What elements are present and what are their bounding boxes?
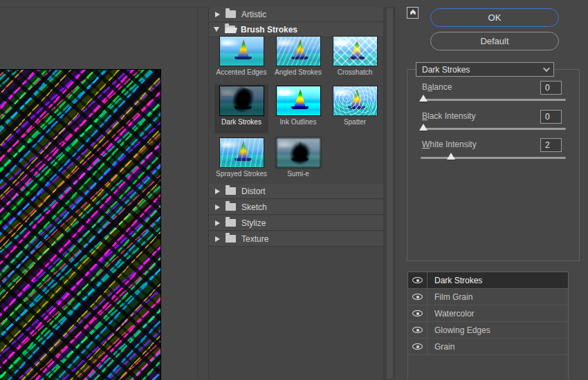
filter-thumb-sprayed-strokes[interactable]: Sprayed Strokes	[214, 136, 268, 178]
eye-icon	[412, 277, 423, 283]
filter-category-browser: Artistic Brush Strokes Accented Edges An…	[209, 7, 383, 380]
slider-thumb[interactable]	[419, 95, 428, 102]
balance-label: Balance	[422, 82, 452, 92]
category-label: Texture	[241, 234, 268, 244]
visibility-toggle[interactable]	[408, 339, 428, 354]
category-label: Artistic	[241, 10, 266, 19]
white-intensity-value-field[interactable]: 2	[540, 138, 562, 152]
slider-track[interactable]	[421, 128, 566, 130]
thumbnail-label: Angled Strokes	[271, 68, 325, 76]
balance-value-field[interactable]: 0	[540, 81, 562, 95]
eye-icon	[412, 294, 423, 300]
category-distort[interactable]: Distort	[209, 184, 383, 199]
visibility-toggle[interactable]	[408, 272, 428, 288]
filter-thumb-accented-edges[interactable]: Accented Edges	[214, 35, 268, 76]
effect-layer-label: Grain	[434, 342, 454, 352]
thumbnail-label: Accented Edges	[214, 68, 268, 76]
scrollbar-thumb[interactable]	[387, 8, 393, 379]
filter-preview-image[interactable]	[0, 69, 161, 380]
thumbnail-label: Spatter	[328, 118, 382, 126]
category-label: Distort	[241, 187, 266, 196]
filter-thumb-angled-strokes[interactable]: Angled Strokes	[271, 35, 325, 76]
slider-thumb[interactable]	[419, 124, 428, 131]
eye-icon	[412, 343, 423, 350]
category-artistic[interactable]: Artistic	[209, 7, 383, 22]
effect-layer-label: Watercolor	[434, 309, 475, 319]
white-intensity-slider[interactable]	[421, 157, 566, 159]
effect-layer-label: Glowing Edges	[434, 325, 490, 335]
triangle-right-icon[interactable]	[215, 220, 220, 226]
effect-layer-label: Film Grain	[434, 292, 472, 302]
thumbnail-image	[219, 36, 264, 66]
browser-right-border	[383, 7, 384, 380]
folder-icon	[226, 187, 236, 195]
filter-select-value: Dark Strokes	[422, 65, 543, 75]
triangle-right-icon[interactable]	[215, 205, 220, 210]
thumbnail-label: Sprayed Strokes	[214, 170, 268, 178]
effect-layer-glowing-edges[interactable]: Glowing Edges	[408, 322, 568, 339]
eye-icon	[412, 310, 423, 316]
effect-layer-grain[interactable]: Grain	[408, 339, 568, 355]
category-stylize[interactable]: Stylize	[209, 216, 383, 231]
filter-thumb-crosshatch[interactable]: Crosshatch	[328, 35, 382, 76]
white-intensity-label: White Intensity	[422, 140, 477, 149]
triangle-right-icon[interactable]	[215, 189, 220, 194]
slider-thumb[interactable]	[447, 153, 455, 160]
effect-layer-dark-strokes[interactable]: Dark Strokes	[408, 272, 568, 289]
browser-scrollbar[interactable]	[385, 7, 395, 380]
folder-icon	[226, 10, 236, 18]
effect-layer-label: Dark Strokes	[434, 276, 482, 285]
folder-icon	[226, 203, 236, 211]
effect-layer-watercolor[interactable]: Watercolor	[408, 305, 568, 322]
thumbnail-label: Dark Strokes	[214, 118, 268, 126]
thumbnail-label: Crosshatch	[328, 68, 382, 76]
folder-icon	[226, 235, 236, 243]
balance-slider[interactable]	[421, 99, 566, 101]
preview-art	[0, 69, 161, 380]
filter-thumb-dark-strokes[interactable]: Dark Strokes	[214, 84, 268, 133]
black-intensity-label: Black Intensity	[422, 111, 475, 121]
triangle-right-icon[interactable]	[215, 12, 220, 17]
filter-thumb-spatter[interactable]: Spatter	[328, 84, 382, 126]
effect-layers-list: Dark Strokes Film Grain Watercolor Glowi…	[407, 272, 569, 380]
open-folder-icon	[225, 26, 235, 33]
visibility-toggle[interactable]	[408, 305, 428, 321]
thumbnail-image	[276, 137, 321, 168]
filter-thumb-sumi-e[interactable]: Sumi-e	[271, 136, 325, 178]
black-intensity-slider[interactable]	[421, 128, 566, 130]
thumbnail-image	[333, 36, 378, 66]
slider-track[interactable]	[421, 99, 566, 101]
visibility-toggle[interactable]	[408, 289, 428, 305]
default-button[interactable]: Default	[430, 32, 559, 50]
ok-button[interactable]: OK	[430, 8, 559, 27]
thumbnail-image	[219, 86, 264, 116]
filter-thumb-ink-outlines[interactable]: Ink Outlines	[271, 84, 325, 126]
eye-icon	[412, 327, 423, 333]
thumbnail-label: Ink Outlines	[271, 118, 325, 126]
category-texture[interactable]: Texture	[209, 231, 383, 247]
filter-settings-group	[407, 69, 580, 261]
thumbnail-label: Sumi-e	[271, 170, 325, 178]
category-label: Stylize	[241, 218, 266, 228]
slider-track[interactable]	[421, 157, 566, 159]
thumbnail-image	[333, 86, 378, 116]
preview-pane-divider	[197, 7, 198, 380]
category-label: Sketch	[241, 202, 267, 212]
visibility-toggle[interactable]	[408, 322, 428, 338]
thumbnail-image	[276, 86, 321, 116]
category-label: Brush Strokes	[241, 25, 297, 35]
black-intensity-value-field[interactable]: 0	[540, 110, 562, 124]
thumbnail-image	[276, 36, 321, 66]
category-sketch[interactable]: Sketch	[209, 200, 383, 215]
triangle-down-icon[interactable]	[214, 27, 219, 32]
triangle-right-icon[interactable]	[215, 236, 220, 242]
effect-layer-film-grain[interactable]: Film Grain	[408, 289, 568, 305]
thumbnail-image	[219, 137, 264, 168]
filter-select-dropdown[interactable]: Dark Strokes	[416, 62, 554, 77]
chevron-down-icon	[543, 65, 550, 72]
folder-icon	[226, 219, 236, 227]
collapse-panel-button[interactable]	[407, 7, 419, 19]
